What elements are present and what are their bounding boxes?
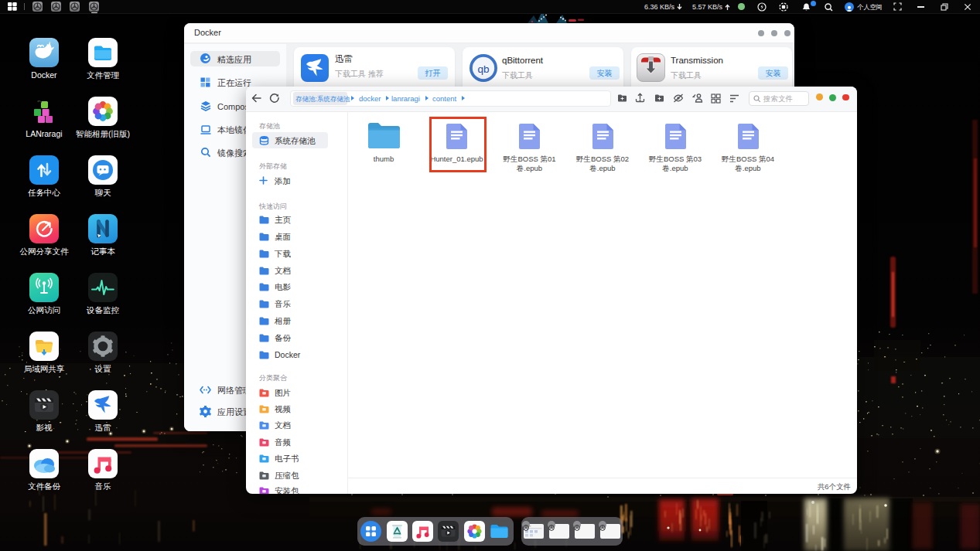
svg-text:qb: qb [477,63,489,75]
